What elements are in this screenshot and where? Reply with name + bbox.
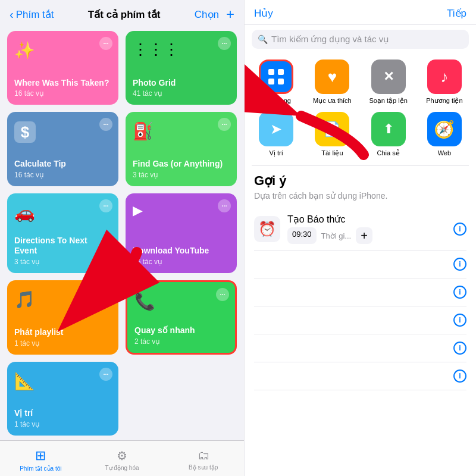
card-subtitle: 3 tác vụ (133, 171, 230, 179)
card-icon: ✨ (14, 40, 111, 60)
card-more-button[interactable]: ··· (218, 199, 231, 212)
back-arrow-icon: ‹ (10, 8, 14, 21)
card-title: Vị trí (14, 408, 111, 418)
category-icon-web: 🧭 (427, 112, 462, 146)
card-subtitle: 16 tác vụ (14, 171, 111, 179)
nav-back-label: Phím tắt (16, 8, 54, 21)
left-panel: ‹ Phím tắt Tất cả phím tắt Chọn + ··· ✨ … (0, 0, 244, 476)
card-more-button[interactable]: ··· (99, 368, 112, 381)
svg-rect-4 (278, 79, 284, 84)
search-bar[interactable]: 🔍 Tìm kiếm ứng dụng và tác vụ (252, 30, 469, 49)
card-icon: 🚗 (14, 203, 111, 223)
card-subtitle: 1 tác vụ (14, 339, 111, 347)
category-item-vi-tri[interactable]: ➤ Vị trí (252, 112, 300, 157)
tab-bar: ⊞ Phím tắt của tôi ⚙ Tự động hóa 🗂 Bộ sư… (0, 440, 244, 476)
card-title: Download YouTube (133, 246, 230, 256)
suggestion-title: Tạo Báo thức (287, 214, 453, 225)
tab-bsuutap-icon: 🗂 (198, 449, 209, 462)
card-more-button[interactable]: ··· (99, 199, 112, 212)
shortcuts-grid: ··· ✨ Where Was This Taken? 16 tác vụ ··… (0, 26, 244, 440)
info-button-3[interactable]: i (453, 314, 466, 327)
category-label-web: Web (438, 149, 451, 156)
category-icon-chia-se: ⬆ (371, 112, 406, 146)
nav-choose-button[interactable]: Chọn (195, 8, 219, 21)
category-icon-tai-lieu: 📄 (315, 112, 349, 146)
shortcut-card-photo-grid[interactable]: ··· ⋮⋮⋮ Photo Grid 41 tác vụ (126, 31, 237, 105)
nav-add-button[interactable]: + (226, 7, 234, 21)
suggestion-time-badge: 09:30 (287, 227, 317, 244)
card-title: Quay số nhanh (134, 325, 228, 336)
suggestion-info-button[interactable]: i (453, 223, 466, 236)
svg-rect-3 (268, 79, 274, 84)
suggestion-add-badge[interactable]: + (356, 227, 372, 244)
suggestion-content: Tạo Báo thức 09:30 Thời gi... + (287, 214, 453, 244)
right-nav: Hủy Tiếp (245, 0, 476, 25)
category-item-phuong-tien[interactable]: ♪ Phương tiện (420, 60, 469, 105)
category-grid: Ứng dụng ♥ Mục ưa thích ✕ Soạn tập lện ♪… (245, 54, 476, 165)
shortcut-card-where-was-this-taken[interactable]: ··· ✨ Where Was This Taken? 16 tác vụ (7, 31, 118, 105)
nav-actions: Chọn + (195, 7, 234, 21)
card-icon: 📞 (134, 292, 228, 311)
card-more-button[interactable]: ··· (99, 118, 112, 131)
svg-rect-1 (268, 69, 274, 75)
category-icon-vi-tri: ➤ (259, 112, 293, 146)
info-button-2[interactable]: i (453, 286, 466, 299)
right-nav-back-button[interactable]: Hủy (254, 7, 273, 20)
category-label-tai-lieu: Tài liệu (321, 149, 343, 157)
shortcut-card-find-gas[interactable]: ··· ⛽ Find Gas (or Anything) 3 tác vụ (126, 112, 237, 186)
shortcut-card-phat-playlist[interactable]: ··· 🎵 Phát playlist 1 tác vụ (7, 280, 118, 354)
search-icon: 🔍 (258, 35, 268, 44)
card-icon: $ (14, 121, 36, 143)
suggestions-title: Gợi ý (254, 173, 466, 189)
card-more-button[interactable]: ··· (99, 37, 112, 50)
card-subtitle: 3 tác vụ (14, 258, 111, 266)
suggestion-info-row-2: i (254, 278, 466, 306)
shortcut-card-directions[interactable]: ··· 🚗 Directions To Next Event 3 tác vụ (7, 193, 118, 273)
card-more-button[interactable]: ··· (99, 286, 112, 299)
suggestion-icon-alarm: ⏰ (254, 216, 280, 242)
category-item-tai-lieu[interactable]: 📄 Tài liệu (308, 112, 356, 157)
info-button-4[interactable]: i (453, 342, 466, 355)
card-title: Calculate Tip (14, 159, 111, 169)
card-title: Find Gas (or Anything) (133, 159, 230, 169)
shortcut-card-quay-so-nhanh[interactable]: ··· 📞 Quay số nhanh 2 tác vụ (126, 280, 237, 354)
category-icon-muc-ua-thich: ♥ (315, 60, 349, 94)
suggestion-item-tao-bao-thuc[interactable]: ⏰ Tạo Báo thức 09:30 Thời gi... + i (254, 208, 466, 250)
category-item-muc-ua-thich[interactable]: ♥ Mục ưa thích (308, 60, 356, 105)
tab-item-tudong[interactable]: ⚙ Tự động hóa (82, 449, 163, 471)
category-label-vi-tri: Vị trí (270, 149, 283, 157)
suggestion-meta: 09:30 Thời gi... + (287, 227, 453, 244)
right-nav-forward-button[interactable]: Tiếp (447, 7, 466, 20)
category-icon-phuong-tien: ♪ (427, 60, 462, 94)
shortcut-card-vi-tri[interactable]: ··· 📐 Vị trí 1 tác vụ (7, 362, 118, 436)
right-panel: Hủy Tiếp 🔍 Tìm kiếm ứng dụng và tác vụ Ứ… (244, 0, 476, 476)
category-label-soan-tap-len: Soạn tập lện (369, 97, 407, 105)
suggestion-info-row-3: i (254, 306, 466, 334)
shortcut-card-calculate-tip[interactable]: ··· $ Calculate Tip 16 tác vụ (7, 112, 118, 186)
info-button-5[interactable]: i (453, 369, 466, 383)
tab-item-bsuutap[interactable]: 🗂 Bộ sưu tập (162, 449, 244, 471)
tab-bsuutap-label: Bộ sưu tập (189, 464, 218, 471)
tab-phimtat-icon: ⊞ (35, 448, 46, 464)
suggestions-subtitle: Dựa trên cách bạn sử dụng iPhone. (254, 191, 466, 201)
nav-back-button[interactable]: ‹ Phím tắt (10, 8, 54, 21)
category-item-web[interactable]: 🧭 Web (420, 112, 469, 157)
card-title: Directions To Next Event (14, 236, 111, 256)
category-item-chia-se[interactable]: ⬆ Chia sẻ (364, 112, 413, 157)
card-icon: ⛽ (133, 121, 230, 141)
tab-item-phimtat[interactable]: ⊞ Phím tắt của tôi (0, 448, 82, 472)
card-title: Where Was This Taken? (14, 78, 111, 88)
suggestion-info-row-4: i (254, 334, 466, 362)
card-subtitle: 1 tác vụ (14, 420, 111, 428)
suggestions-section: Gợi ý Dựa trên cách bạn sử dụng iPhone. … (245, 166, 476, 394)
category-icon-ung-dung (259, 60, 293, 94)
card-more-button[interactable]: ··· (216, 288, 229, 301)
shortcut-card-download-youtube[interactable]: ··· ▶ Download YouTube 36 tác vụ (126, 193, 237, 273)
suggestion-info-row-1: i (254, 250, 466, 278)
card-title: Phát playlist (14, 327, 111, 337)
card-subtitle: 36 tác vụ (133, 258, 230, 266)
card-more-button[interactable]: ··· (218, 37, 231, 50)
category-item-soan-tap-len[interactable]: ✕ Soạn tập lện (364, 60, 413, 105)
category-item-ung-dung[interactable]: Ứng dụng (252, 60, 300, 105)
info-button-1[interactable]: i (453, 258, 466, 271)
